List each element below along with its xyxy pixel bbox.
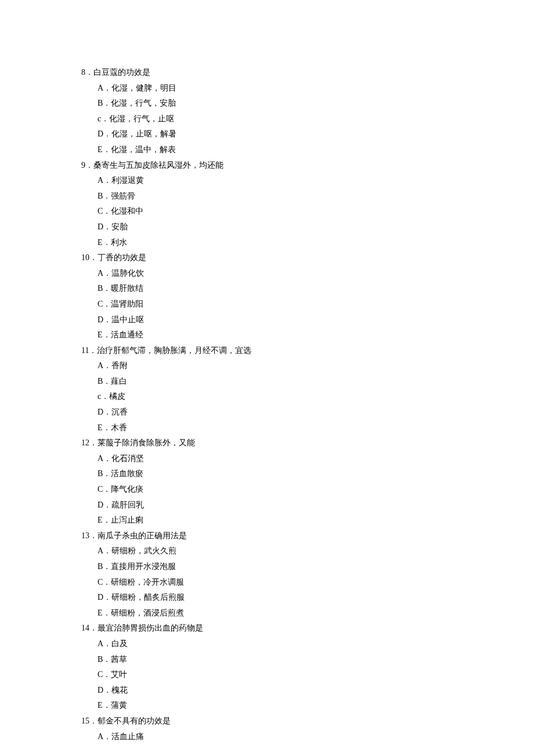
- option: A．化石消坚: [81, 451, 441, 467]
- option-text: 利水: [111, 238, 127, 247]
- option: B．活血散瘀: [81, 466, 441, 482]
- option-text: 茜草: [111, 655, 127, 664]
- option-text: 利湿退黄: [111, 176, 144, 185]
- option: C．艾叶: [81, 667, 441, 683]
- option: A．温肺化饮: [81, 266, 441, 282]
- option-text: 研细粉，醋炙后煎服: [111, 593, 185, 602]
- question-text: 14．最宜治肺胃损伤出血的药物是: [81, 621, 441, 636]
- option-text: 化石消坚: [111, 454, 144, 463]
- question: 9．桑寄生与五加皮除祛风湿外，均还能A．利湿退黄B．强筋骨C．化湿和中D．安胎E…: [81, 158, 441, 251]
- question-text: 11．治疗肝郁气滞，胸胁胀满，月经不调，宜选: [81, 343, 441, 359]
- option-label: A．: [98, 361, 111, 370]
- option: B．薤白: [81, 374, 441, 390]
- option: D．研细粉，醋炙后煎服: [81, 590, 441, 606]
- option-text: 温中止呕: [111, 315, 144, 324]
- option: C．降气化痰: [81, 482, 441, 498]
- option: A．活血止痛: [81, 729, 441, 745]
- option-label: D．: [98, 408, 111, 416]
- question-number: 10．: [81, 253, 98, 262]
- option-label: C．: [98, 578, 111, 586]
- option: E．蒲黄: [81, 698, 441, 714]
- question-text: 9．桑寄生与五加皮除祛风湿外，均还能: [81, 158, 441, 174]
- option-label: E．: [98, 516, 111, 524]
- option-label: B．: [98, 192, 111, 200]
- option-text: 温肾助阳: [111, 300, 143, 308]
- option-label: E．: [98, 423, 111, 432]
- option: E．化湿，温中，解表: [81, 142, 441, 158]
- option-label: E．: [98, 330, 111, 339]
- document-page: 8．白豆蔻的功效是A．化湿，健脾，明目B．化湿，行气，安胎c．化湿，行气，止呕D…: [0, 0, 441, 744]
- option-label: A．: [98, 176, 111, 185]
- option-text: 研细粉，酒浸后煎煮: [111, 609, 184, 617]
- option-label: C．: [98, 670, 111, 679]
- question: 13．南瓜子杀虫的正确用法是A．研细粉，武火久煎B．直接用开水浸泡服C．研细粉，…: [81, 528, 441, 621]
- option-text: 活血止痛: [111, 732, 144, 741]
- option: B．强筋骨: [81, 189, 441, 204]
- option-label: B．: [98, 284, 111, 293]
- option-text: 化湿，温中，解表: [111, 145, 176, 154]
- option-text: 沉香: [111, 408, 128, 416]
- option-text: 降气化痰: [111, 485, 143, 494]
- option: A．化湿，健脾，明目: [81, 81, 441, 96]
- question-text: 12．莱菔子除消食除胀外，又能: [81, 435, 441, 451]
- question-stem: 白豆蔻的功效是: [93, 68, 150, 77]
- option: E．研细粉，酒浸后煎煮: [81, 606, 441, 621]
- option-label: D．: [98, 315, 111, 324]
- option-label: A．: [98, 546, 111, 555]
- option-label: A．: [98, 732, 111, 741]
- option-text: 化湿和中: [111, 207, 143, 215]
- option-text: 香附: [111, 361, 128, 370]
- option-label: C．: [98, 300, 111, 308]
- option-label: D．: [98, 593, 111, 602]
- option: D．安胎: [81, 219, 441, 235]
- option-text: 研细粉，武火久煎: [111, 546, 176, 555]
- option: c．化湿，行气，止呕: [81, 111, 441, 127]
- question-number: 12．: [81, 438, 98, 447]
- question: 15．郁金不具有的功效是A．活血止痛: [81, 714, 441, 744]
- option: B．暖肝散结: [81, 281, 441, 297]
- option-text: 化湿，健脾，明目: [111, 84, 176, 92]
- option-text: 薤白: [111, 377, 127, 386]
- option-label: A．: [98, 639, 111, 648]
- option-label: D．: [98, 129, 111, 138]
- question: 11．治疗肝郁气滞，胸胁胀满，月经不调，宜选A．香附B．薤白c．橘皮D．沉香E．…: [81, 343, 441, 436]
- option: B．化湿，行气，安胎: [81, 96, 441, 111]
- option-label: E．: [98, 609, 111, 617]
- option: D．沉香: [81, 405, 441, 420]
- option-text: 止泻止痢: [111, 516, 143, 524]
- option-label: A．: [98, 84, 111, 92]
- option-text: 活血通经: [111, 330, 143, 339]
- option-text: 蒲黄: [111, 701, 127, 710]
- option: D．疏肝回乳: [81, 498, 441, 513]
- question-stem: 郁金不具有的功效是: [98, 717, 171, 725]
- question: 14．最宜治肺胃损伤出血的药物是A．白及B．茜草C．艾叶D．槐花E．蒲黄: [81, 621, 441, 714]
- question-number: 9．: [81, 161, 93, 170]
- option-label: C．: [98, 485, 111, 494]
- question-text: 13．南瓜子杀虫的正确用法是: [81, 528, 441, 544]
- option-text: 直接用开水浸泡服: [111, 562, 176, 571]
- option-label: B．: [98, 99, 111, 107]
- option-text: 强筋骨: [111, 192, 135, 200]
- option: C．温肾助阳: [81, 297, 441, 312]
- option: D．化湿，止呕，解暑: [81, 127, 441, 142]
- option-text: 化湿，行气，安胎: [111, 99, 176, 107]
- option: E．活血通经: [81, 327, 441, 343]
- option-text: 槐花: [111, 686, 128, 694]
- option: E．木香: [81, 420, 441, 436]
- option: C．化湿和中: [81, 204, 441, 219]
- question-stem: 南瓜子杀虫的正确用法是: [98, 531, 187, 540]
- option-label: E．: [98, 145, 111, 154]
- option: B．茜草: [81, 652, 441, 668]
- option-text: 艾叶: [111, 670, 127, 679]
- option-text: 橘皮: [109, 392, 125, 401]
- question: 8．白豆蔻的功效是A．化湿，健脾，明目B．化湿，行气，安胎c．化湿，行气，止呕D…: [81, 65, 441, 158]
- question-stem: 治疗肝郁气滞，胸胁胀满，月经不调，宜选: [97, 346, 251, 355]
- question-stem: 莱菔子除消食除胀外，又能: [98, 438, 195, 447]
- option-label: c．: [98, 114, 109, 123]
- question-number: 15．: [81, 717, 98, 725]
- option-text: 研细粉，冷开水调服: [111, 578, 184, 586]
- option-label: C．: [98, 207, 111, 215]
- option-text: 化湿，止呕，解暑: [111, 129, 176, 138]
- option-label: B．: [98, 469, 111, 478]
- question-stem: 最宜治肺胃损伤出血的药物是: [98, 624, 203, 632]
